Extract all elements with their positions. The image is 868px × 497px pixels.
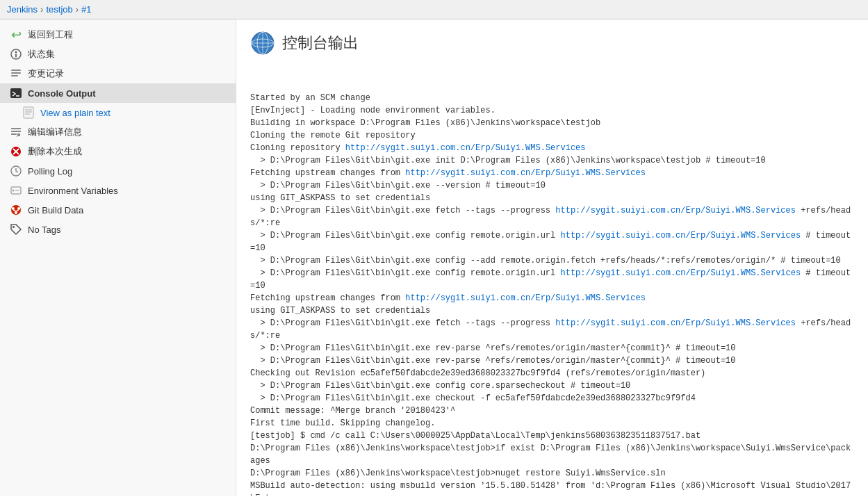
sidebar-label-changes: 变更记录 [28,67,64,80]
console-line: Commit message: ^Merge branch '20180423'… [250,405,854,417]
breadcrumb-sep-1: › [40,4,43,15]
sidebar-item-delete[interactable]: 删除本次生成 [0,142,236,161]
sidebar-item-edit[interactable]: 编辑编译信息 [0,122,236,142]
sidebar-item-status[interactable]: 状态集 [0,44,236,64]
sidebar-label-env: Environment Variables [28,186,118,196]
console-line: > D:\Program Files\Git\bin\git.exe confi… [250,380,854,392]
sidebar-label-polling: Polling Log [28,166,72,177]
console-line: [EnvInject] - Loading node environment v… [250,104,854,117]
page-title-area: 控制台输出 [250,31,854,56]
sidebar-item-return[interactable]: ↩ 返回到工程 [0,25,236,44]
changes-icon [10,67,22,80]
console-line: Fetching upstream changes from http://sy… [250,292,854,304]
breadcrumb-build-num[interactable]: #1 [81,4,91,15]
console-line: Building in workspace D:\Program Files (… [250,117,854,129]
sidebar-label-git: Git Build Data [28,205,83,215]
sidebar-label-edit: 编辑编译信息 [28,126,82,138]
svg-rect-14 [11,133,17,135]
breadcrumb-jenkins[interactable]: Jenkins [7,4,38,15]
plaintext-icon [22,106,35,119]
console-line: using GIT_ASKPASS to set credentials [250,304,854,317]
console-line: [testjob] $ cmd /c call C:\Users\0000025… [250,430,854,442]
sidebar-item-git[interactable]: Git Build Data [0,200,236,220]
svg-point-26 [17,207,20,210]
svg-rect-3 [11,70,21,71]
svg-marker-15 [17,133,20,136]
env-icon [10,184,22,197]
svg-rect-5 [11,75,18,76]
console-line: > D:\Program Files\Git\bin\git.exe rev-p… [250,355,854,367]
svg-rect-12 [11,128,21,129]
svg-point-30 [13,226,15,228]
sidebar-item-polling[interactable]: Polling Log [0,161,236,181]
breadcrumb-testjob[interactable]: testjob [46,4,72,15]
globe-icon [250,31,275,56]
sidebar-item-changes[interactable]: 变更记录 [0,64,236,83]
svg-line-16 [17,136,17,137]
console-link[interactable]: http://sygit.suiyi.com.cn/Erp/Suiyi.WMS.… [345,143,586,153]
console-link[interactable]: http://sygit.suiyi.com.cn/Erp/Suiyi.WMS.… [560,231,801,241]
console-output: Started by an SCM change[EnvInject] - Lo… [250,67,854,496]
breadcrumb-bar: Jenkins › testjob › #1 [0,0,868,19]
return-icon: ↩ [10,28,22,41]
console-line: First time build. Skipping changelog. [250,417,854,430]
console-line: Fetching upstream changes from http://sy… [250,167,854,179]
sidebar: ↩ 返回到工程 状态集 变更记录 [0,19,236,496]
svg-point-1 [15,51,17,54]
console-link[interactable]: http://sygit.suiyi.com.cn/Erp/Suiyi.WMS.… [555,206,796,215]
console-line: using GIT_ASKPASS to set credentials [250,192,854,204]
console-link[interactable]: http://sygit.suiyi.com.cn/Erp/Suiyi.WMS.… [405,168,646,178]
console-line: D:\Program Files (x86)\Jenkins\workspace… [250,442,854,467]
page-title: 控制台输出 [282,33,359,54]
console-line: > D:\Program Files\Git\bin\git.exe confi… [250,254,854,267]
svg-point-25 [12,207,15,210]
sidebar-label-return: 返回到工程 [28,28,73,41]
svg-rect-4 [11,72,21,74]
console-line: > D:\Program Files\Git\bin\git.exe check… [250,392,854,405]
console-line: > D:\Program Files\Git\bin\git.exe --ver… [250,179,854,192]
content-area: 控制台输出 Started by an SCM change[EnvInject… [236,19,868,496]
svg-rect-8 [24,107,33,118]
main-layout: ↩ 返回到工程 状态集 变更记录 [0,19,868,496]
console-line: > D:\Program Files\Git\bin\git.exe rev-p… [250,342,854,355]
console-line: > D:\Program Files\Git\bin\git.exe fetch… [250,317,854,342]
polling-icon [10,165,22,177]
breadcrumb-sep-2: › [76,4,79,15]
sidebar-label-console: Console Output [28,88,96,99]
console-line: MSBuild auto-detection: using msbuild ve… [250,480,854,496]
svg-point-27 [15,211,17,214]
edit-icon [10,126,22,138]
console-line: > D:\Program Files\Git\bin\git.exe fetch… [250,204,854,229]
console-icon [10,87,22,99]
svg-rect-2 [15,54,17,58]
console-link[interactable]: http://sygit.suiyi.com.cn/Erp/Suiyi.WMS.… [560,268,801,278]
console-line: > D:\Program Files\Git\bin\git.exe confi… [250,267,854,292]
sidebar-label-status: 状态集 [28,48,55,60]
console-line: Checking out Revision ec5afef50fdabcde2e… [250,367,854,380]
console-link[interactable]: http://sygit.suiyi.com.cn/Erp/Suiyi.WMS.… [555,318,796,328]
sidebar-item-env[interactable]: Environment Variables [0,181,236,200]
sidebar-label-plaintext: View as plain text [40,108,110,118]
console-line: Started by an SCM change [250,92,854,104]
console-line: > D:\Program Files\Git\bin\git.exe init … [250,154,854,167]
svg-rect-6 [10,88,22,98]
status-icon [10,48,22,60]
sidebar-item-tags[interactable]: No Tags [0,220,236,239]
sidebar-item-plaintext[interactable]: View as plain text [0,103,236,122]
svg-point-22 [13,190,15,192]
console-line: Cloning the remote Git repository [250,129,854,142]
delete-icon [10,145,22,158]
svg-rect-13 [11,131,21,132]
tag-icon [10,223,22,236]
console-line: > D:\Program Files\Git\bin\git.exe confi… [250,229,854,254]
git-icon [10,204,22,216]
sidebar-item-console[interactable]: Console Output [0,83,236,103]
console-line: Cloning repository http://sygit.suiyi.co… [250,142,854,154]
sidebar-label-delete: 删除本次生成 [28,145,82,158]
sidebar-label-tags: No Tags [28,225,60,235]
console-link[interactable]: http://sygit.suiyi.com.cn/Erp/Suiyi.WMS.… [405,293,646,303]
console-line: D:\Program Files (x86)\Jenkins\workspace… [250,467,854,480]
